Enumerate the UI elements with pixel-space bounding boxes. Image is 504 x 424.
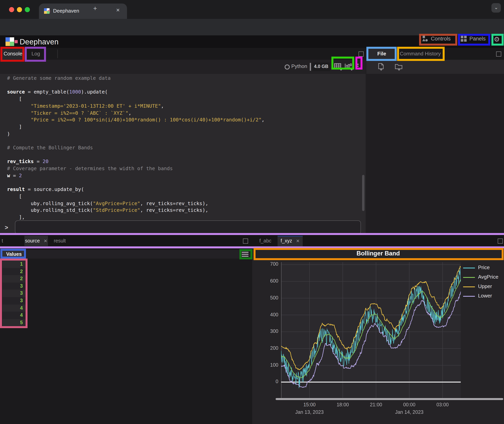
chart-scrollbar[interactable] xyxy=(276,398,503,400)
editor-scrollbar[interactable] xyxy=(362,175,365,211)
code-line: uby.rolling_std_tick("StdPrice=Price", r… xyxy=(7,207,363,214)
legend-label: Lower xyxy=(478,293,492,299)
gear-box xyxy=(491,34,504,46)
x-date-label: Jan 13, 2023 xyxy=(292,410,327,415)
new-file-icon[interactable] xyxy=(378,63,385,71)
code-editor[interactable]: # Generate some random example data sour… xyxy=(7,75,363,221)
browser-tab[interactable]: Deephaven ✕ xyxy=(39,4,127,19)
legend-label: AvgPrice xyxy=(478,274,498,280)
console-prompt: > xyxy=(5,224,8,231)
code-line: "Price = i%2==0 ? 100*sin(i/40)+100*rand… xyxy=(7,116,363,123)
code-line: [ xyxy=(7,95,363,102)
deephaven-logo xyxy=(6,37,17,46)
memory-divider xyxy=(310,63,311,71)
session-language: Python xyxy=(291,63,307,69)
console-toolbar: Python 4.0 GB xyxy=(0,60,365,74)
new-tab-icon[interactable]: + xyxy=(93,5,97,12)
file-explorer-toolbar xyxy=(366,60,504,74)
code-line: # Coverage parameter - determines the wi… xyxy=(7,165,363,172)
x-tick-label: 15:00 xyxy=(298,402,321,407)
code-line: [ xyxy=(7,193,363,200)
x-tick-label: 21:00 xyxy=(364,402,388,407)
legend-label: Upper xyxy=(478,283,492,289)
x-tick-label: 00:00 xyxy=(397,402,421,407)
values-header-box xyxy=(0,249,26,259)
deephaven-brand: Deephaven xyxy=(20,38,59,46)
controls-box xyxy=(419,34,457,46)
code-line xyxy=(7,81,363,88)
table-menu-box xyxy=(239,249,252,259)
traffic-light-maximize[interactable] xyxy=(25,7,30,12)
panels-box xyxy=(458,34,490,46)
console-tab-box xyxy=(0,47,24,62)
values-rows-box xyxy=(0,259,27,328)
code-line: "Timestamp='2023-01-13T12:00 ET' + i*MIN… xyxy=(7,103,363,109)
code-line: rev_ticks = 20 xyxy=(7,158,363,165)
code-line: "Ticker = i%2==0 ? `ABC` : `XYZ`", xyxy=(7,109,363,116)
command-history-box xyxy=(397,47,445,61)
tab-divider xyxy=(57,50,58,58)
screenshot-root: Deephaven ✕ + ⌄ ← → ⟳ i localhost:10000/… xyxy=(0,0,504,424)
file-explorer-panel xyxy=(366,60,504,236)
code-line: ] xyxy=(7,123,363,130)
table-header-row: Values xyxy=(0,250,252,259)
chart-title-box xyxy=(254,248,504,260)
legend-line-swatch xyxy=(463,287,475,287)
code-line: ) xyxy=(7,130,363,137)
y-tick-label: 0 xyxy=(265,379,278,385)
legend-line-swatch xyxy=(463,268,475,268)
kebab-box xyxy=(355,56,362,69)
x-tick-label: 03:00 xyxy=(431,402,454,407)
code-line xyxy=(7,137,363,144)
tab-search-chevron-icon[interactable]: ⌄ xyxy=(491,3,501,12)
chart-panel: Bollinger Band 7006005004003002001000 15… xyxy=(252,247,504,424)
code-line: source = empty_table(1000).update( xyxy=(7,89,363,95)
session-status-icon xyxy=(285,64,290,69)
browser-toolbar: ← → ⟳ i localhost:10000/ide/ E Relaunch … xyxy=(0,19,504,35)
x-tick-label: 18:00 xyxy=(331,402,355,407)
traffic-light-close[interactable] xyxy=(9,7,14,12)
tab-close-icon[interactable]: ✕ xyxy=(116,7,120,13)
browser-titlebar: Deephaven ✕ + ⌄ xyxy=(0,0,504,19)
y-tick-label: 100 xyxy=(265,362,278,368)
code-line: # Compute the Bollinger Bands xyxy=(7,144,363,151)
legend-line-swatch xyxy=(463,277,475,278)
code-line: ], xyxy=(7,214,363,221)
new-folder-icon[interactable] xyxy=(395,63,403,71)
code-line xyxy=(7,151,363,158)
y-tick-label: 500 xyxy=(265,295,278,301)
bottom-strip-box xyxy=(0,233,504,248)
y-tick-label: 400 xyxy=(265,312,278,317)
y-tick-label: 700 xyxy=(265,262,278,267)
table-panel: Values 122333445 xyxy=(0,247,252,424)
code-line xyxy=(7,179,363,186)
console-actions-box xyxy=(331,56,354,69)
code-line: result = source.update_by( xyxy=(7,186,363,193)
x-date-label: Jan 14, 2023 xyxy=(391,410,427,415)
browser-tab-title: Deephaven xyxy=(53,8,79,14)
log-tab-box xyxy=(25,47,46,62)
deephaven-favicon xyxy=(44,8,50,14)
y-tick-label: 600 xyxy=(265,278,278,284)
legend-line-swatch xyxy=(463,296,475,297)
y-tick-label: 200 xyxy=(265,345,278,351)
code-line: uby.rolling_avg_tick("AvgPrice=Price", r… xyxy=(7,200,363,207)
explorer-maximize-icon[interactable] xyxy=(496,51,501,56)
traffic-light-minimize[interactable] xyxy=(17,7,22,12)
y-tick-label: 300 xyxy=(265,329,278,334)
chart-plot-area[interactable] xyxy=(281,262,461,399)
code-line: w = 2 xyxy=(7,172,363,179)
console-input[interactable] xyxy=(15,220,361,234)
legend-label: Price xyxy=(478,264,490,270)
console-maximize-icon[interactable] xyxy=(359,51,364,56)
memory-usage: 4.0 GB xyxy=(312,62,330,71)
code-line: # Generate some random example data xyxy=(7,75,363,81)
console-panel: Python 4.0 GB # Generate some random exa… xyxy=(0,60,365,236)
file-explorer-box xyxy=(366,47,397,61)
